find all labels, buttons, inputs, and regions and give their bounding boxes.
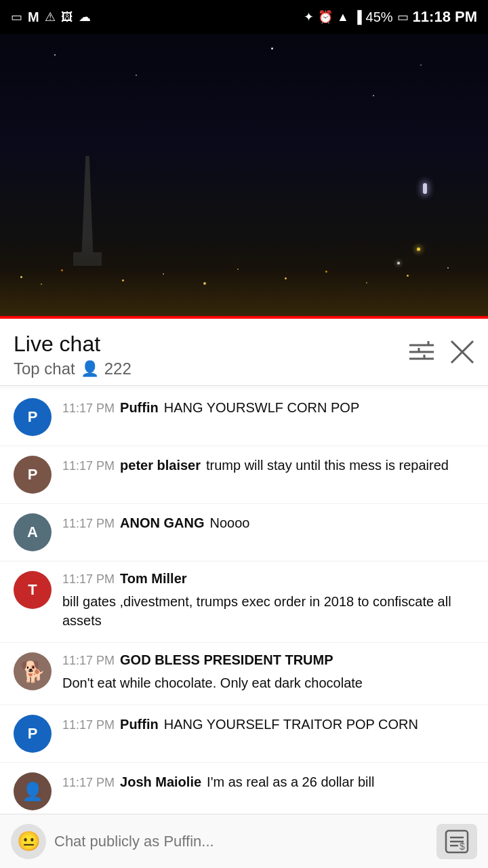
top-chat-label[interactable]: Top chat <box>14 359 75 378</box>
battery-percent: 45% <box>366 9 393 25</box>
signal-icon: ▐ <box>353 10 362 24</box>
wifi-icon: ▲ <box>337 10 349 24</box>
message-content: 11:17 PM Tom Miller bill gates ,divestme… <box>62 571 474 633</box>
m-icon: M <box>28 9 39 25</box>
live-chat-title: Live chat <box>14 331 131 357</box>
message-time: 11:17 PM <box>62 401 115 416</box>
message-time: 11:17 PM <box>62 517 115 531</box>
status-icons-right: ✦ ⏰ ▲ ▐ 45% ▭ 11:18 PM <box>304 8 477 26</box>
status-time: 11:18 PM <box>413 8 477 26</box>
message-text: I'm as real as a 26 dollar bill <box>207 772 374 791</box>
video-red-bar <box>0 316 488 319</box>
chat-input-area: 😐 $ <box>0 814 488 868</box>
message-row: 🐕 11:17 PM GOD BLESS PRESIDENT TRUMP Don… <box>0 643 488 705</box>
message-content: 11:17 PM Puffin HANG YOURSWLF CORN POP <box>62 398 474 420</box>
message-author: ANON GANG <box>120 515 204 531</box>
message-author: Tom Miller <box>120 571 187 587</box>
message-author: peter blaiser <box>120 458 201 473</box>
viewer-count: 222 <box>104 359 131 378</box>
message-content: 11:17 PM peter blaiser trump will stay u… <box>62 456 474 477</box>
chat-header-right <box>409 340 474 370</box>
message-content: 11:17 PM Josh Maiolie I'm as real as a 2… <box>62 772 474 794</box>
message-text: trump will stay until this mess is repai… <box>206 456 449 475</box>
top-chat-row: Top chat 👤 222 <box>14 359 131 378</box>
status-bar: ▭ M ⚠ 🖼 ☁ ✦ ⏰ ▲ ▐ 45% ▭ 11:18 PM <box>0 0 488 34</box>
chat-input[interactable] <box>54 824 428 859</box>
avatar: A <box>14 513 52 551</box>
message-row: P 11:17 PM peter blaiser trump will stay… <box>0 446 488 504</box>
avatar: 🐕 <box>14 652 52 690</box>
message-text: HANG YOURSWLF CORN POP <box>164 398 360 417</box>
message-author: Puffin <box>120 717 159 732</box>
message-time: 11:17 PM <box>62 718 115 732</box>
message-text: Don't eat while chocolate. Only eat dark… <box>62 673 363 692</box>
message-author: Josh Maiolie <box>120 774 201 790</box>
message-text: Noooo <box>210 513 250 532</box>
emoji-button[interactable]: 😐 <box>11 824 46 859</box>
message-text: bill gates ,divestment, trumps exec orde… <box>62 592 474 630</box>
battery-icon: ▭ <box>397 9 409 24</box>
message-time: 11:17 PM <box>62 459 115 473</box>
message-author: Puffin <box>120 400 159 416</box>
message-row: 👤 11:17 PM Josh Maiolie I'm as real as a… <box>0 763 488 821</box>
bluetooth-icon: ✦ <box>304 9 314 24</box>
filter-icon[interactable] <box>409 341 434 368</box>
status-icons-left: ▭ M ⚠ 🖼 ☁ <box>11 9 91 25</box>
message-content: 11:17 PM GOD BLESS PRESIDENT TRUMP Don't… <box>62 652 474 695</box>
chat-header: Live chat Top chat 👤 222 <box>0 319 488 386</box>
message-row: T 11:17 PM Tom Miller bill gates ,divest… <box>0 561 488 643</box>
alert-icon: ⚠ <box>45 9 56 24</box>
message-meta: 11:17 PM Puffin HANG YOURSWLF CORN POP <box>62 398 474 417</box>
message-time: 11:17 PM <box>62 654 115 668</box>
message-content: 11:17 PM ANON GANG Noooo <box>62 513 474 535</box>
image-icon: 🖼 <box>61 10 73 24</box>
message-meta: 11:17 PM peter blaiser trump will stay u… <box>62 456 474 475</box>
sim-card-icon: ▭ <box>11 9 22 24</box>
avatar: P <box>14 715 52 753</box>
alarm-icon: ⏰ <box>318 9 333 24</box>
message-meta: 11:17 PM Puffin HANG YOURSELF TRAITOR PO… <box>62 715 474 734</box>
message-row: A 11:17 PM ANON GANG Noooo <box>0 504 488 561</box>
message-content: 11:17 PM Puffin HANG YOURSELF TRAITOR PO… <box>62 715 474 736</box>
message-author: GOD BLESS PRESIDENT TRUMP <box>120 652 333 668</box>
video-background <box>0 34 488 319</box>
svg-text:$: $ <box>460 841 465 852</box>
viewer-icon: 👤 <box>81 360 99 378</box>
message-time: 11:17 PM <box>62 572 115 587</box>
message-row: P 11:17 PM Puffin HANG YOURSWLF CORN POP <box>0 389 488 446</box>
messages-list: P 11:17 PM Puffin HANG YOURSWLF CORN POP… <box>0 386 488 868</box>
close-button[interactable] <box>450 340 474 370</box>
send-button[interactable]: $ <box>436 824 477 859</box>
cloud-icon: ☁ <box>79 9 91 24</box>
message-meta: 11:17 PM Tom Miller bill gates ,divestme… <box>62 571 474 630</box>
message-row: P 11:17 PM Puffin HANG YOURSELF TRAITOR … <box>0 705 488 763</box>
avatar: P <box>14 398 52 436</box>
message-meta: 11:17 PM GOD BLESS PRESIDENT TRUMP Don't… <box>62 652 474 692</box>
avatar: 👤 <box>14 772 52 810</box>
message-time: 11:17 PM <box>62 776 115 790</box>
avatar: T <box>14 571 52 609</box>
avatar: P <box>14 456 52 494</box>
chat-panel: Live chat Top chat 👤 222 <box>0 319 488 868</box>
message-text: HANG YOURSELF TRAITOR POP CORN <box>164 715 418 734</box>
video-player[interactable] <box>0 34 488 319</box>
chat-header-left: Live chat Top chat 👤 222 <box>14 331 131 378</box>
message-meta: 11:17 PM Josh Maiolie I'm as real as a 2… <box>62 772 474 791</box>
message-meta: 11:17 PM ANON GANG Noooo <box>62 513 474 532</box>
